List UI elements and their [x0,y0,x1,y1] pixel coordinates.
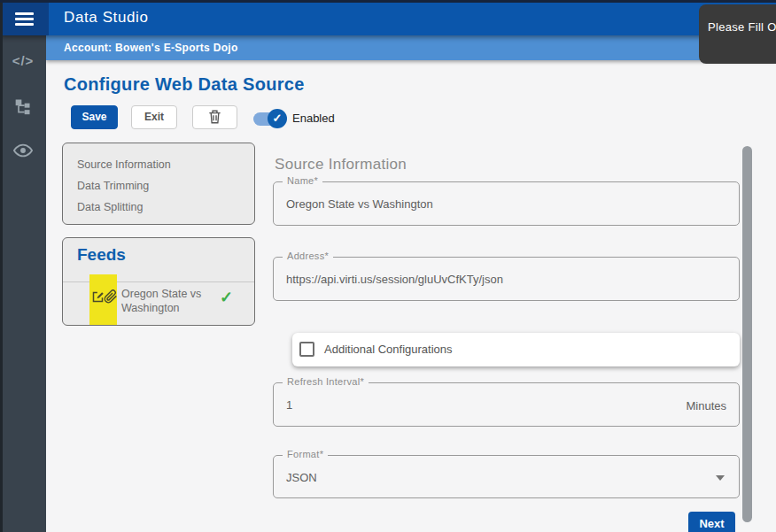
nav-item-data-splitting[interactable]: Data Splitting [77,197,240,219]
exit-button[interactable]: Exit [131,105,177,129]
page-title: Configure Web Data Source [64,74,305,95]
nav-item-data-trimming[interactable]: Data Trimming [77,176,240,197]
format-label: Format* [283,449,328,459]
address-input[interactable] [274,258,739,300]
nav-item-source-information[interactable]: Source Information [77,155,240,176]
code-icon[interactable]: </> [0,53,46,68]
app-bar: Data Studio [0,0,776,35]
paperclip-icon[interactable] [104,289,118,304]
account-label: Account: Bowen's E-Sports Dojo [64,35,238,60]
section-nav-panel: Source Information Data Trimming Data Sp… [62,143,255,225]
feeds-title: Feeds [77,245,126,265]
name-input[interactable] [274,182,739,225]
tooltip-text: Please Fill Out [708,20,776,34]
icon-sidebar: </> [0,35,46,532]
window-left-edge [0,0,3,532]
app-title: Data Studio [64,0,148,35]
feed-valid-check-icon: ✓ [220,288,233,307]
address-field: Address* [273,257,740,301]
refresh-interval-unit: Minutes [686,399,726,412]
save-button[interactable]: Save [71,105,118,129]
additional-configurations-label: Additional Configurations [324,343,453,356]
window-top-edge [0,0,776,3]
enabled-toggle[interactable]: ✓ [253,112,283,126]
additional-configurations-card: Additional Configurations [292,333,740,366]
hamburger-icon [15,12,34,28]
edit-icon[interactable] [91,290,105,304]
next-button[interactable]: Next [688,512,735,532]
additional-configurations-checkbox[interactable] [299,342,314,357]
menu-button[interactable] [0,0,49,35]
format-select[interactable]: Format* JSON [273,455,740,498]
validation-tooltip: Please Fill Out [699,4,776,64]
hierarchy-icon[interactable] [0,97,46,115]
format-value: JSON [286,471,317,484]
delete-button[interactable] [192,105,237,129]
vertical-scrollbar[interactable] [742,146,752,522]
form-section-heading: Source Information [275,156,407,173]
trash-icon [208,110,221,124]
refresh-interval-field: Refresh Interval* Minutes [273,382,740,427]
enabled-label: Enabled [292,112,335,125]
feeds-panel: Feeds Oregon State vs Washington ✓ [62,237,255,326]
refresh-interval-input[interactable] [274,383,739,426]
eye-icon[interactable] [0,143,46,158]
feed-item-label[interactable]: Oregon State vs Washington [121,287,215,315]
chevron-down-icon [716,475,725,481]
toggle-check-icon: ✓ [268,109,287,128]
name-field: Name* [273,181,740,226]
account-bar: Account: Bowen's E-Sports Dojo [46,35,776,60]
